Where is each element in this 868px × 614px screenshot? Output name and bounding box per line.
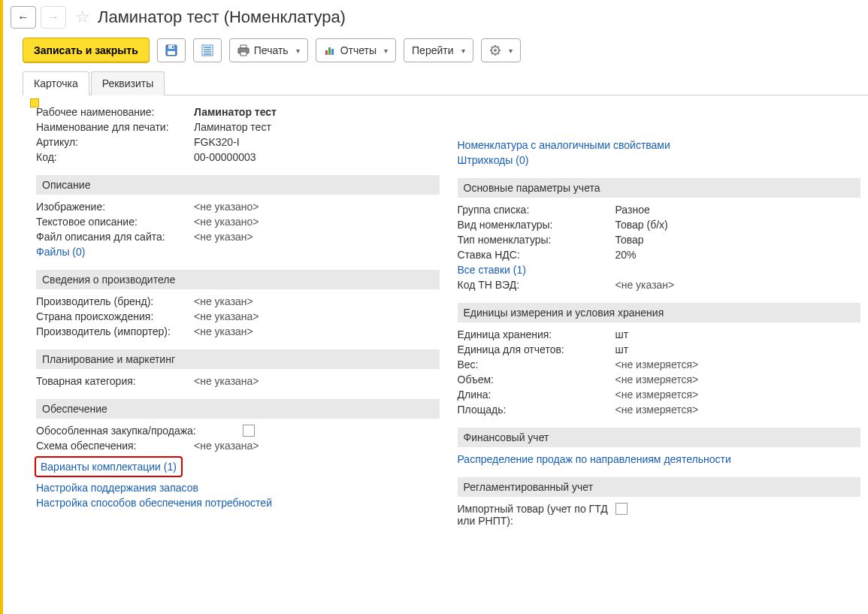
favorite-star-icon[interactable]: ☆: [75, 8, 90, 27]
arrow-right-icon: →: [47, 11, 59, 24]
svg-rect-9: [240, 45, 246, 48]
back-button[interactable]: ←: [11, 6, 36, 29]
category-label: Товарная категория:: [36, 375, 194, 387]
tnved-value: <не указан>: [615, 279, 675, 291]
category-value: <не указана>: [194, 375, 259, 387]
svg-rect-2: [172, 46, 174, 48]
chevron-down-icon: ▾: [509, 47, 513, 55]
tnved-label: Код ТН ВЭД:: [458, 279, 615, 291]
settings-button[interactable]: ▾: [481, 38, 521, 62]
text-desc-label: Текстовое описание:: [36, 216, 194, 228]
volume-label: Объем:: [458, 374, 615, 386]
site-file-value: <не указан>: [194, 231, 253, 243]
text-desc-value: <не указано>: [194, 216, 259, 228]
sales-distribution-link[interactable]: Распределение продаж по направлениям дея…: [458, 453, 731, 465]
chevron-down-icon: ▾: [384, 47, 388, 55]
svg-rect-14: [331, 49, 334, 55]
content: Рабочее наименование: Ламинатор тест Наи…: [3, 95, 868, 536]
reg-header: Регламентированный учет: [458, 477, 861, 497]
type-label: Тип номенклатуры:: [458, 234, 615, 246]
analog-link[interactable]: Номенклатура с аналогичными свойствами: [458, 139, 670, 151]
variants-highlight: Варианты комплектации (1): [35, 456, 183, 477]
reports-label: Отчеты: [340, 44, 377, 56]
list-button[interactable]: [193, 38, 222, 62]
supply-methods-link[interactable]: Настройка способов обеспечения потребнос…: [36, 497, 272, 509]
volume-value: <не измеряется>: [615, 374, 699, 386]
files-link[interactable]: Файлы (0): [36, 246, 85, 258]
units-header: Единицы измерения и условия хранения: [458, 303, 861, 322]
goto-button[interactable]: Перейти ▾: [404, 38, 473, 62]
save-button[interactable]: [157, 38, 186, 62]
origin-label: Страна происхождения:: [36, 310, 194, 322]
import-label: Импортный товар (учет по ГТД или РНПТ):: [458, 503, 615, 527]
print-button[interactable]: Печать ▾: [229, 38, 308, 62]
supply-header: Обеспечение: [36, 399, 440, 419]
floppy-icon: [165, 44, 177, 56]
brand-label: Производитель (бренд):: [36, 295, 194, 307]
arrow-left-icon: ←: [17, 11, 29, 24]
reports-button[interactable]: Отчеты ▾: [316, 38, 396, 62]
gear-icon: [489, 44, 501, 56]
working-name-label: Рабочее наименование:: [36, 106, 194, 118]
kind-value: Товар (б/х): [615, 219, 668, 231]
importer-value: <не указан>: [194, 325, 253, 337]
goto-label: Перейти: [412, 44, 453, 56]
left-column: Рабочее наименование: Ламинатор тест Наи…: [36, 104, 440, 528]
working-name-value: Ламинатор тест: [194, 106, 277, 118]
site-file-label: Файл описания для сайта:: [36, 231, 194, 243]
vat-label: Ставка НДС:: [458, 249, 615, 261]
tabs: Карточка Реквизиты: [23, 71, 868, 95]
store-unit-value: шт: [615, 328, 629, 340]
description-header: Описание: [36, 175, 440, 195]
scheme-label: Схема обеспечения:: [36, 440, 194, 452]
print-label: Печать: [254, 44, 289, 56]
planning-header: Планирование и маркетинг: [36, 349, 440, 369]
svg-point-16: [494, 49, 497, 52]
article-label: Артикул:: [36, 136, 194, 148]
svg-rect-13: [328, 47, 331, 55]
chart-icon: [324, 44, 336, 56]
area-label: Площадь:: [458, 404, 615, 416]
origin-value: <не указана>: [194, 310, 259, 322]
import-checkbox[interactable]: [615, 503, 628, 515]
window-title: Ламинатор тест (Номенклатура): [98, 8, 346, 27]
titlebar: ← → ☆ Ламинатор тест (Номенклатура): [3, 0, 868, 35]
image-value: <не указано>: [194, 201, 259, 213]
variants-link[interactable]: Варианты комплектации (1): [41, 461, 177, 473]
group-label: Группа списка:: [458, 204, 615, 216]
manufacturer-header: Сведения о производителе: [36, 270, 440, 289]
barcodes-link[interactable]: Штрихкоды (0): [458, 154, 529, 166]
toolbar: Записать и закрыть Печать ▾ Отчеты ▾: [3, 35, 868, 71]
separate-purchase-checkbox[interactable]: [243, 425, 255, 437]
list-icon: [201, 44, 213, 56]
svg-rect-11: [240, 52, 246, 56]
report-unit-label: Единица для отчетов:: [458, 343, 615, 355]
print-name-label: Наименование для печати:: [36, 121, 194, 133]
scheme-value: <не указана>: [194, 440, 259, 452]
brand-value: <не указан>: [194, 295, 253, 307]
fin-header: Финансовый учет: [458, 428, 861, 447]
tab-card[interactable]: Карточка: [23, 71, 89, 95]
chevron-down-icon: ▾: [461, 47, 465, 55]
svg-rect-3: [168, 51, 175, 55]
weight-value: <не измеряется>: [615, 358, 699, 371]
store-unit-label: Единица хранения:: [458, 328, 615, 340]
code-value: 00-00000003: [194, 151, 256, 163]
chevron-down-icon: ▾: [296, 47, 300, 55]
report-unit-value: шт: [615, 343, 629, 355]
tab-props[interactable]: Реквизиты: [91, 71, 165, 95]
right-column: Номенклатура с аналогичными свойствами Ш…: [458, 104, 861, 528]
printer-icon: [237, 44, 250, 56]
save-and-close-button[interactable]: Записать и закрыть: [23, 38, 150, 63]
modified-marker: [30, 98, 39, 107]
kind-label: Вид номенклатуры:: [458, 219, 615, 231]
stock-settings-link[interactable]: Настройка поддержания запасов: [36, 482, 198, 494]
type-value: Товар: [615, 234, 644, 246]
image-label: Изображение:: [36, 201, 194, 213]
length-label: Длина:: [458, 389, 615, 401]
article-value: FGK320-I: [194, 136, 240, 148]
weight-label: Вес:: [458, 358, 615, 371]
all-rates-link[interactable]: Все ставки (1): [458, 264, 526, 276]
importer-label: Производитель (импортер):: [36, 325, 194, 337]
group-value: Разное: [615, 204, 650, 216]
